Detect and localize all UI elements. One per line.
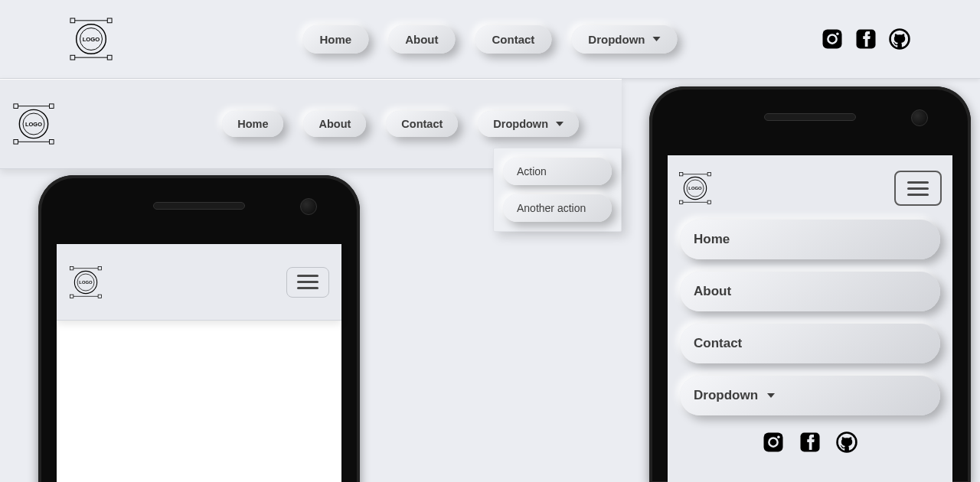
nav-label: Dropdown — [493, 118, 548, 130]
hamburger-icon — [907, 187, 929, 190]
svg-rect-17 — [50, 140, 54, 145]
logo-icon: LOGO — [69, 265, 103, 299]
nav-links: Home About Contact Dropdown — [302, 25, 677, 54]
instagram-icon[interactable] — [762, 431, 785, 454]
brand-logo[interactable]: LOGO — [69, 265, 103, 299]
svg-rect-23 — [70, 266, 73, 269]
github-icon[interactable] — [888, 28, 911, 50]
nav-dropdown[interactable]: Dropdown — [680, 376, 940, 415]
nav-label: Home — [237, 118, 268, 130]
svg-point-11 — [836, 32, 839, 35]
social-links — [678, 431, 942, 454]
brand-logo[interactable]: LOGO — [678, 171, 712, 205]
nav-contact[interactable]: Contact — [386, 111, 458, 137]
mobile-nav-links: Home About Contact Dropdown — [678, 220, 942, 415]
dropdown-label: Action — [517, 165, 547, 177]
github-icon[interactable] — [835, 431, 858, 454]
component-showcase: LOGO Home About Contact Dropdown Action … — [0, 79, 980, 482]
dropdown-item-another-action[interactable]: Another action — [503, 194, 612, 222]
svg-rect-16 — [14, 140, 18, 145]
svg-rect-41 — [764, 433, 783, 452]
logo-icon: LOGO — [678, 171, 712, 205]
nav-label: Dropdown — [588, 33, 645, 46]
chevron-down-icon — [653, 37, 661, 41]
navbar-main: LOGO Home About Contact Dropdown — [0, 0, 980, 79]
svg-rect-26 — [98, 295, 101, 298]
chevron-down-icon — [767, 393, 775, 398]
dropdown-menu: Action Another action — [493, 148, 622, 232]
nav-about[interactable]: About — [303, 111, 366, 137]
phone-camera — [911, 109, 928, 126]
nav-home[interactable]: Home — [222, 111, 283, 137]
svg-text:LOGO: LOGO — [83, 36, 100, 43]
nav-about[interactable]: About — [680, 272, 940, 311]
nav-label: About — [405, 33, 438, 46]
svg-text:LOGO: LOGO — [25, 121, 42, 128]
nav-label: Contact — [401, 118, 443, 130]
svg-rect-2 — [70, 55, 75, 60]
nav-dropdown[interactable]: Dropdown — [571, 25, 677, 54]
instagram-icon[interactable] — [821, 28, 844, 50]
nav-label: About — [694, 284, 731, 299]
svg-text:LOGO: LOGO — [79, 280, 93, 285]
mobile-navbar-expanded: LOGO Home About Contact Dropdown — [668, 155, 952, 458]
nav-label: About — [318, 118, 351, 130]
svg-rect-9 — [823, 30, 842, 49]
phone-earpiece — [153, 202, 245, 210]
svg-rect-0 — [70, 18, 75, 23]
dropdown-label: Another action — [517, 202, 586, 214]
nav-contact[interactable]: Contact — [475, 25, 552, 54]
svg-point-43 — [777, 435, 780, 438]
mobile-nav-top-row: LOGO — [678, 171, 942, 206]
chevron-down-icon — [556, 122, 564, 126]
nav-label: Contact — [694, 336, 742, 351]
nav-label: Dropdown — [694, 388, 758, 403]
nav-label: Home — [319, 33, 351, 46]
svg-rect-14 — [14, 104, 18, 109]
hamburger-icon — [297, 281, 318, 283]
nav-contact[interactable]: Contact — [680, 324, 940, 363]
facebook-icon[interactable] — [854, 28, 877, 50]
svg-rect-1 — [107, 18, 112, 23]
svg-rect-34 — [679, 200, 682, 204]
brand-logo[interactable]: LOGO — [69, 17, 113, 61]
dropdown-item-action[interactable]: Action — [503, 158, 612, 185]
svg-text:LOGO: LOGO — [688, 186, 702, 191]
mobile-navbar-collapsed: LOGO — [57, 244, 341, 321]
nav-home[interactable]: Home — [302, 25, 368, 54]
nav-home[interactable]: Home — [680, 220, 940, 259]
nav-about[interactable]: About — [388, 25, 455, 54]
facebook-icon[interactable] — [799, 431, 822, 454]
phone-camera — [300, 198, 317, 215]
nav-label: Home — [694, 232, 730, 247]
menu-toggle-button[interactable] — [894, 171, 942, 206]
logo-icon: LOGO — [12, 103, 55, 145]
phone-screen: LOGO Home About Contact Dropdown — [668, 155, 952, 482]
phone-earpiece — [764, 113, 856, 121]
social-links — [821, 28, 911, 50]
svg-rect-25 — [70, 295, 73, 298]
nav-dropdown[interactable]: Dropdown — [478, 111, 579, 137]
svg-rect-35 — [707, 200, 710, 204]
svg-rect-32 — [679, 172, 682, 175]
brand-logo[interactable]: LOGO — [12, 103, 55, 145]
phone-mock-collapsed: LOGO — [38, 175, 360, 482]
svg-rect-15 — [50, 104, 54, 109]
menu-toggle-button[interactable] — [286, 267, 329, 298]
phone-mock-expanded: LOGO Home About Contact Dropdown — [649, 86, 971, 482]
phone-screen: LOGO — [57, 244, 341, 482]
svg-rect-33 — [707, 172, 710, 175]
nav-label: Contact — [492, 33, 535, 46]
nav-links: Home About Contact Dropdown — [222, 111, 609, 137]
logo-icon: LOGO — [69, 17, 113, 61]
svg-rect-24 — [98, 266, 101, 269]
svg-rect-3 — [107, 55, 112, 60]
